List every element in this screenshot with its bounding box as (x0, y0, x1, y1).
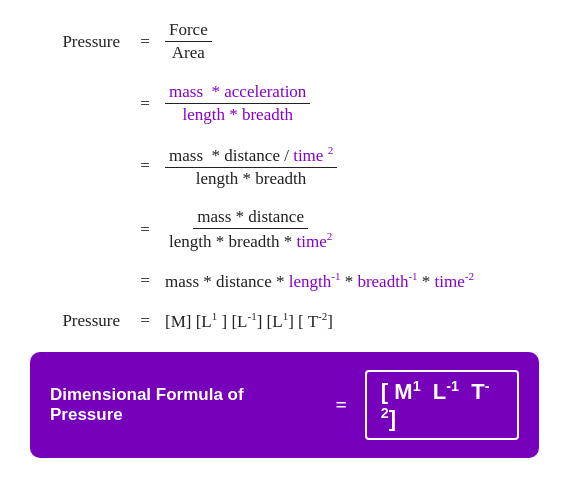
row-mass-distance-time: = mass * distance / time 2 length * brea… (30, 144, 539, 189)
fraction-mass-dist-time: mass * distance / time 2 length * breadt… (160, 144, 539, 189)
denominator-length-breadth-time: length * breadth * time2 (165, 229, 336, 252)
numerator-mass-accel: mass * acceleration (165, 82, 310, 104)
equals-5: = (130, 271, 160, 291)
denominator-area: Area (168, 42, 209, 63)
dimensional-formula: [M] [L1 ] [L-1] [L1] [ T-2] (160, 310, 539, 332)
equals-6: = (130, 311, 160, 331)
equals-2: = (130, 94, 160, 114)
row-mass-accel: = mass * acceleration length * breadth (30, 82, 539, 126)
denominator-length-breadth-3: length * breadth (192, 168, 310, 189)
numerator-mass-dist: mass * distance / time 2 (165, 144, 337, 168)
fraction-mass-dist-time2: mass * distance length * breadth * time2 (160, 207, 539, 252)
banner-formula: [ M1 L-1 T-2] (365, 370, 519, 441)
label-pressure-1: Pressure (30, 32, 130, 52)
numerator-mass-dist-2: mass * distance (193, 207, 308, 229)
fraction-mass-accel: mass * acceleration length * breadth (160, 82, 539, 126)
equation-block: Pressure = Force Area = mass * accelerat… (30, 20, 539, 332)
bottom-banner: Dimensional Formula of Pressure = [ M1 L… (30, 352, 539, 459)
equals-1: = (130, 32, 160, 52)
equals-4: = (130, 220, 160, 240)
purple-length: length-1 (289, 272, 341, 291)
fraction-force-area: Force Area (160, 20, 539, 64)
banner-label: Dimensional Formula of Pressure (50, 385, 317, 425)
row-pressure-force: Pressure = Force Area (30, 20, 539, 64)
label-pressure-2: Pressure (30, 311, 130, 331)
purple-time: time-2 (435, 272, 474, 291)
banner-equals: = (335, 394, 346, 417)
row-inline-formula: = mass * distance * length-1 * breadth-1… (30, 270, 539, 292)
numerator-force: Force (165, 20, 212, 42)
equals-3: = (130, 156, 160, 176)
inline-formula: mass * distance * length-1 * breadth-1 *… (160, 270, 539, 292)
purple-breadth: breadth-1 (357, 272, 417, 291)
row-mass-dist-time2: = mass * distance length * breadth * tim… (30, 207, 539, 252)
row-dimensional: Pressure = [M] [L1 ] [L-1] [L1] [ T-2] (30, 310, 539, 332)
denominator-length-breadth-2: length * breadth (178, 104, 296, 125)
